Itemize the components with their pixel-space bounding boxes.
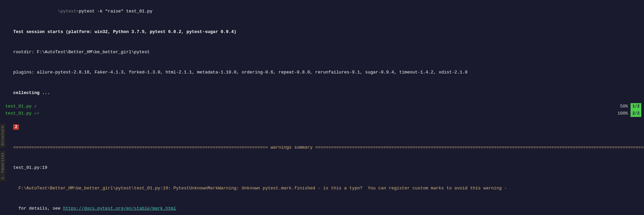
test1-progress-line: test_01.py ✓ 50% 1/2 [0,103,644,110]
warn-link1[interactable]: https://docs.pytest.org/en/stable/mark.h… [63,206,176,211]
collecting-line: collecting ... [0,83,644,103]
plugins-line: plugins: allure-pytest-2.8.18, Faker-4.1… [0,62,644,83]
test2-progress-line: test_01.py ✓✓ 100% 2/2 [0,110,644,117]
warn-file1-line: test_01.py:19 [0,158,644,178]
favorites-label: 2. Favorites [0,151,5,181]
cmd-line: \pytest>pytest -k "raise" test_01.py [0,1,644,22]
red-badge: 2 [13,124,19,130]
progress-badge-50: 1/2 [631,103,641,110]
session-start-line: Test session starts (platform: win32, Py… [0,22,644,42]
warn-details1-line: for details, see https://docs.pytest.org… [0,198,644,215]
warnings-separator: ========================================… [0,137,644,158]
progress-badge-100: 2/2 [631,110,641,117]
structure-label: Structure [0,124,5,148]
rootdir-line: rootdir: F:\AutoTest\Better_HM\be_better… [0,42,644,62]
warn-msg1-line: F:\AutoTest\Better_HM\be_better_girl\pyt… [0,178,644,198]
terminal-window: \pytest>pytest -k "raise" test_01.py Tes… [0,0,644,215]
small-red-badge-line: 2 [0,117,644,137]
